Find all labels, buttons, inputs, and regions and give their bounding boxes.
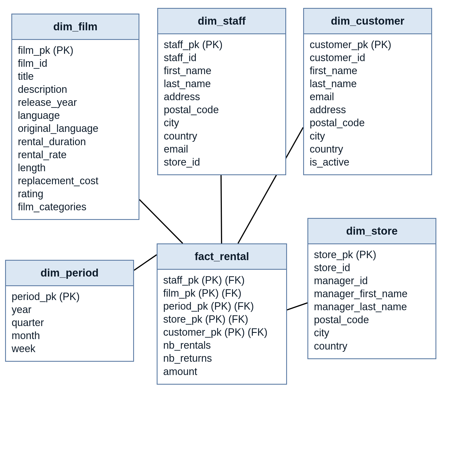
entity-body-dim-period: period_pk (PK) year quarter month week [6,286,133,361]
field: store_pk (PK) [314,248,430,261]
field: first_name [310,64,426,77]
field: title [18,70,133,83]
field: staff_id [164,51,280,64]
field: manager_first_name [314,287,430,300]
entity-dim-customer: dim_customer customer_pk (PK) customer_i… [303,8,432,175]
entity-title-fact-rental: fact_rental [158,244,286,270]
field: email [310,90,426,103]
field: store_id [314,261,430,274]
field: manager_id [314,274,430,287]
entity-fact-rental: fact_rental staff_pk (PK) (FK) film_pk (… [157,243,287,385]
entity-body-dim-customer: customer_pk (PK) customer_id first_name … [304,34,431,174]
field: country [310,143,426,156]
field: replacement_cost [18,174,133,187]
field: rental_rate [18,148,133,161]
field: amount [163,365,280,378]
field: film_pk (PK) (FK) [163,287,280,300]
field: description [18,83,133,96]
entity-title-dim-customer: dim_customer [304,9,431,34]
relation-line [287,303,307,310]
entity-dim-staff: dim_staff staff_pk (PK) staff_id first_n… [157,8,286,175]
entity-title-dim-period: dim_period [6,261,133,286]
entity-body-dim-film: film_pk (PK) film_id title description r… [12,40,139,219]
field: city [164,116,280,129]
field: rental_duration [18,135,133,148]
field: manager_last_name [314,300,430,313]
field: last_name [310,77,426,90]
relation-line [221,169,222,243]
field: address [310,103,426,116]
field: nb_returns [163,352,280,365]
field: nb_rentals [163,339,280,352]
entity-dim-film: dim_film film_pk (PK) film_id title desc… [11,14,139,220]
field: store_id [164,156,280,169]
field: release_year [18,96,133,109]
field: staff_pk (PK) (FK) [163,274,280,287]
field: customer_id [310,51,426,64]
field: store_pk (PK) (FK) [163,313,280,326]
entity-body-dim-store: store_pk (PK) store_id manager_id manage… [308,244,435,358]
field: film_pk (PK) [18,44,133,57]
field: year [12,303,128,316]
relation-line [134,255,157,270]
field: customer_pk (PK) (FK) [163,326,280,339]
field: address [164,90,280,103]
relation-line [139,200,183,243]
field: period_pk (PK) [12,290,128,303]
field: quarter [12,316,128,329]
field: postal_code [164,103,280,116]
field: is_active [310,156,426,169]
field: week [12,342,128,355]
entity-body-fact-rental: staff_pk (PK) (FK) film_pk (PK) (FK) per… [158,270,286,384]
field: rating [18,187,133,200]
field: postal_code [310,116,426,129]
field: customer_pk (PK) [310,38,426,51]
field: postal_code [314,313,430,326]
field: period_pk (PK) (FK) [163,300,280,313]
field: city [314,326,430,339]
field: language [18,109,133,122]
field: country [164,130,280,143]
entity-title-dim-staff: dim_staff [158,9,285,34]
field: staff_pk (PK) [164,38,280,51]
field: last_name [164,77,280,90]
field: film_id [18,57,133,70]
entity-dim-period: dim_period period_pk (PK) year quarter m… [5,260,134,362]
entity-title-dim-film: dim_film [12,14,139,40]
field: film_categories [18,200,133,213]
entity-title-dim-store: dim_store [308,219,435,244]
field: email [164,143,280,156]
entity-body-dim-staff: staff_pk (PK) staff_id first_name last_n… [158,34,285,174]
entity-dim-store: dim_store store_pk (PK) store_id manager… [307,218,436,359]
field: length [18,161,133,174]
field: month [12,329,128,342]
field: first_name [164,64,280,77]
field: country [314,340,430,353]
field: city [310,130,426,143]
field: original_language [18,122,133,135]
